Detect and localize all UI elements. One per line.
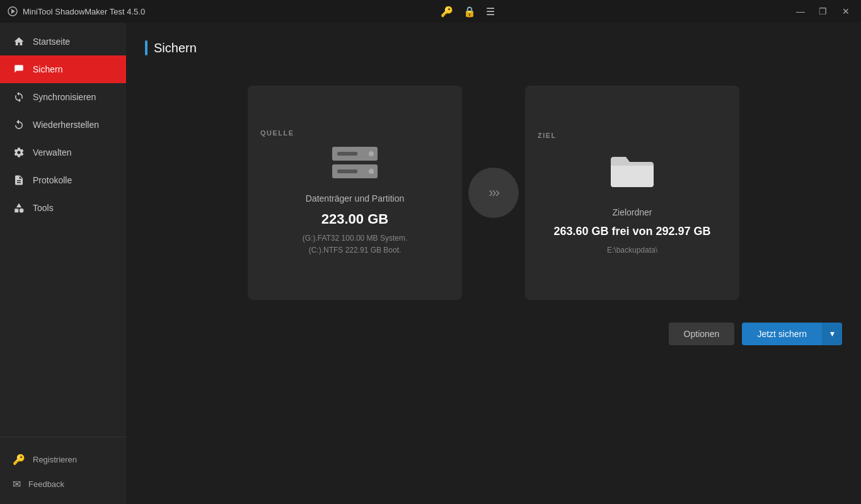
source-card-label: QUELLE (260, 129, 294, 137)
disk-drive-2 (332, 164, 378, 178)
log-icon (13, 174, 25, 186)
titlebar: MiniTool ShadowMaker Test 4.5.0 🔑 🔒 ☰ — … (0, 0, 861, 23)
target-card-name: Zielordner (612, 207, 652, 217)
home-icon (13, 35, 25, 48)
sidebar-label-wiederherstellen: Wiederherstellen (33, 120, 99, 130)
sidebar-item-startseite[interactable]: Startseite (0, 28, 126, 55)
manage-icon (13, 146, 25, 159)
sidebar-item-registrieren[interactable]: 🔑 Registrieren (0, 447, 126, 472)
menu-icon[interactable]: ☰ (483, 3, 497, 20)
source-card-name: Datenträger und Partition (306, 193, 404, 203)
minimize-button[interactable]: — (790, 3, 811, 20)
cards-area: QUELLE Datenträger und Partition 223.00 … (145, 73, 842, 312)
sidebar-label-verwalten: Verwalten (33, 147, 71, 158)
folder-icon (607, 149, 657, 192)
sidebar-item-feedback[interactable]: ✉ Feedback (0, 472, 126, 496)
restore-button[interactable]: ❐ (813, 3, 833, 20)
target-card-free: 263.60 GB frei von 292.97 GB (553, 225, 710, 238)
backup-icon (13, 63, 25, 76)
sidebar-label-tools: Tools (33, 203, 54, 213)
sidebar-nav: Startseite Sichern Synchronisieren (0, 23, 126, 437)
app-logo (8, 6, 18, 16)
backup-dropdown-button[interactable]: ▼ (822, 323, 842, 345)
bottom-bar: Optionen Jetzt sichern ▼ (145, 312, 842, 345)
sidebar-item-verwalten[interactable]: Verwalten (0, 139, 126, 166)
registrieren-label: Registrieren (33, 455, 77, 464)
options-button[interactable]: Optionen (669, 323, 735, 345)
close-button[interactable]: ✕ (836, 3, 856, 20)
sidebar-item-protokolle[interactable]: Protokolle (0, 166, 126, 194)
lock-icon[interactable]: 🔒 (461, 3, 478, 20)
feedback-label: Feedback (28, 479, 64, 489)
app-title: MiniTool ShadowMaker Test 4.5.0 (23, 7, 145, 16)
title-accent-bar (145, 40, 147, 55)
sidebar-label-startseite: Startseite (33, 37, 70, 47)
sidebar-label-sichern: Sichern (33, 64, 62, 74)
backup-button[interactable]: Jetzt sichern (742, 323, 822, 345)
sidebar-item-tools[interactable]: Tools (0, 194, 126, 222)
arrow-icon: ››› (488, 185, 499, 201)
key-small-icon: 🔑 (13, 454, 25, 466)
mail-icon: ✉ (13, 478, 21, 490)
main-layout: Startseite Sichern Synchronisieren (0, 23, 861, 504)
sidebar: Startseite Sichern Synchronisieren (0, 23, 126, 504)
sidebar-item-wiederherstellen[interactable]: Wiederherstellen (0, 111, 126, 139)
restore-icon (13, 118, 25, 131)
sidebar-bottom: 🔑 Registrieren ✉ Feedback (0, 437, 126, 504)
backup-button-group: Jetzt sichern ▼ (742, 323, 842, 345)
source-card-details: (G:).FAT32 100.00 MB System. (C:).NTFS 2… (303, 232, 408, 256)
source-card[interactable]: QUELLE Datenträger und Partition 223.00 … (248, 86, 462, 300)
sidebar-item-sichern[interactable]: Sichern (0, 55, 126, 83)
sidebar-label-synchronisieren: Synchronisieren (33, 92, 96, 102)
titlebar-icons: 🔑 🔒 ☰ (438, 3, 497, 20)
disk-icon (332, 147, 378, 178)
sidebar-label-protokolle: Protokolle (33, 175, 72, 185)
content-area: Sichern QUELLE Datenträger und Partition… (126, 23, 861, 504)
window-controls: — ❐ ✕ (790, 3, 856, 20)
disk-drive-1 (332, 147, 378, 161)
page-title-area: Sichern (145, 40, 842, 55)
target-card-label: ZIEL (538, 132, 557, 139)
page-title: Sichern (154, 41, 197, 55)
titlebar-left: MiniTool ShadowMaker Test 4.5.0 (8, 6, 145, 16)
svg-marker-1 (11, 9, 15, 14)
tools-icon (13, 202, 25, 214)
target-card[interactable]: ZIEL Zielordner 263.60 GB frei von 292.9… (525, 86, 739, 300)
sidebar-item-synchronisieren[interactable]: Synchronisieren (0, 83, 126, 111)
source-card-size: 223.00 GB (321, 211, 388, 227)
target-card-path: E:\backupdata\ (607, 246, 657, 255)
sync-icon (13, 91, 25, 103)
key-icon[interactable]: 🔑 (438, 3, 456, 20)
arrow-connector: ››› (468, 168, 519, 218)
